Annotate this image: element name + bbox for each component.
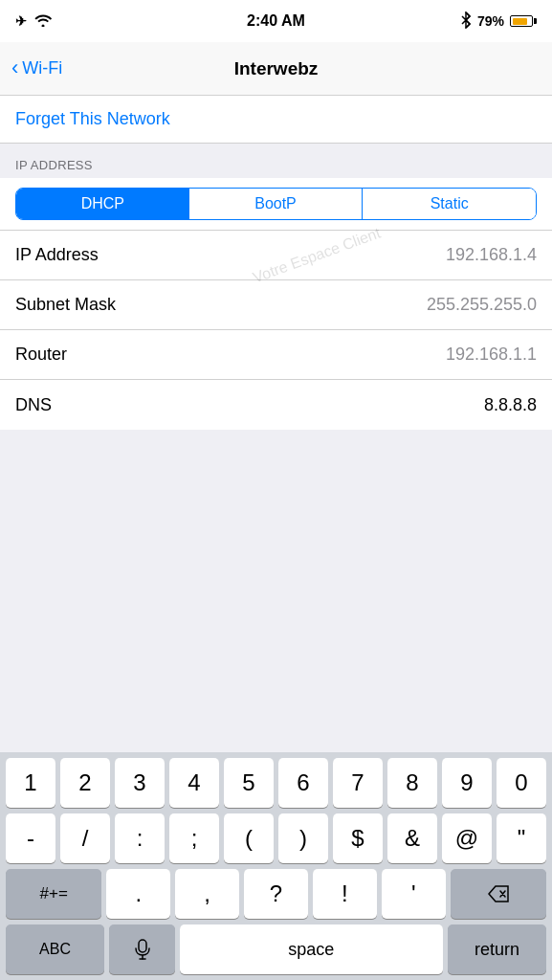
keyboard: 1 2 3 4 5 6 7 8 9 0 - / : ; ( ) $ & @ " … [0,752,552,980]
router-value: 192.168.1.1 [446,345,537,365]
segment-control[interactable]: DHCP BootP Static [15,188,537,220]
key-comma[interactable]: , [175,869,239,919]
svg-rect-0 [139,940,146,952]
key-5[interactable]: 5 [224,758,274,808]
key-0[interactable]: 0 [497,758,546,808]
key-space[interactable]: space [180,924,443,974]
key-9[interactable]: 9 [442,758,492,808]
keyboard-row-special: #+= . , ? ! ' [0,863,552,919]
dns-row: DNS 8.8.8.8 [0,380,552,430]
key-question[interactable]: ? [244,869,308,919]
delete-key[interactable] [451,869,546,919]
keyboard-row-symbols: - / : ; ( ) $ & @ " [0,808,552,863]
key-close-paren[interactable]: ) [278,813,328,863]
segment-static[interactable]: Static [362,189,536,219]
nav-bar: ‹ Wi-Fi Interwebz [0,42,552,96]
key-hash-plus-equals[interactable]: #+= [6,869,101,919]
key-mic[interactable] [109,924,175,974]
status-bar: ✈ 2:40 AM 79% [0,0,552,42]
key-6[interactable]: 6 [278,758,328,808]
bluetooth-icon [460,11,472,32]
status-left: ✈ [15,13,52,30]
key-7[interactable]: 7 [333,758,383,808]
key-open-paren[interactable]: ( [224,813,274,863]
ip-address-value: 192.168.1.4 [446,245,537,265]
ip-address-label: IP Address [15,245,99,265]
router-label: Router [15,345,67,365]
back-chevron-icon: ‹ [11,57,18,78]
ip-section-header: IP ADDRESS [0,144,552,178]
key-4[interactable]: 4 [169,758,219,808]
ip-section-label: IP ADDRESS [15,158,93,172]
key-2[interactable]: 2 [60,758,110,808]
forget-network-label: Forget This Network [15,109,170,128]
status-time: 2:40 AM [247,12,305,30]
key-period[interactable]: . [106,869,170,919]
router-row: Router 192.168.1.1 [0,330,552,380]
battery-icon [510,15,537,27]
page-title: Interwebz [234,58,319,79]
dns-value[interactable]: 8.8.8.8 [484,395,537,415]
key-1[interactable]: 1 [6,758,55,808]
status-right: 79% [460,11,537,32]
forget-network-button[interactable]: Forget This Network [0,96,552,144]
back-label: Wi-Fi [22,58,62,78]
key-colon[interactable]: : [115,813,165,863]
keyboard-row-numbers: 1 2 3 4 5 6 7 8 9 0 [0,752,552,808]
subnet-mask-value: 255.255.255.0 [427,295,537,315]
subnet-mask-label: Subnet Mask [15,295,116,315]
key-dollar[interactable]: $ [333,813,383,863]
key-exclamation[interactable]: ! [313,869,377,919]
watermark: Votre Espace Client [251,224,383,286]
segment-bootp[interactable]: BootP [189,189,363,219]
back-button[interactable]: ‹ Wi-Fi [11,58,62,78]
key-slash[interactable]: / [60,813,110,863]
segment-dhcp[interactable]: DHCP [16,189,189,219]
key-8[interactable]: 8 [387,758,437,808]
key-dash[interactable]: - [6,813,55,863]
keyboard-row-bottom: ABC space return [0,919,552,980]
battery-percent: 79% [477,13,504,29]
airplane-icon: ✈ [15,13,27,29]
key-quote[interactable]: " [497,813,546,863]
key-abc[interactable]: ABC [6,924,104,974]
wifi-icon [34,13,52,30]
ip-address-row: IP Address 192.168.1.4 Votre Espace Clie… [0,231,552,280]
key-3[interactable]: 3 [115,758,165,808]
ip-info-section: IP Address 192.168.1.4 Votre Espace Clie… [0,231,552,430]
key-ampersand[interactable]: & [387,813,437,863]
subnet-mask-row: Subnet Mask 255.255.255.0 [0,280,552,330]
dns-label: DNS [15,395,52,415]
key-at[interactable]: @ [442,813,492,863]
key-return[interactable]: return [448,924,546,974]
key-apostrophe[interactable]: ' [382,869,446,919]
ip-mode-selector: DHCP BootP Static [0,178,552,231]
key-semicolon[interactable]: ; [169,813,219,863]
